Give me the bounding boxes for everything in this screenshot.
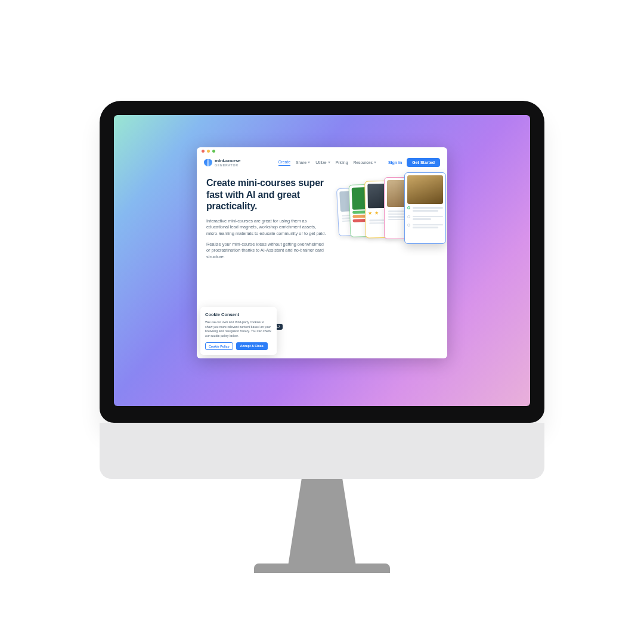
course-card-stack: ★ ★ — [336, 174, 438, 255]
chevron-down-icon — [308, 162, 310, 163]
stack-card-front — [404, 172, 446, 244]
brand-subtitle: GENERATOR — [215, 163, 240, 167]
hero-paragraph-2: Realize your mini-course ideas without g… — [206, 242, 328, 261]
hero-copy: Create mini-courses super fast with AI a… — [206, 177, 328, 261]
nav-label: Share — [296, 160, 306, 165]
signin-link[interactable]: Sign in — [388, 160, 402, 165]
browser-window: mini-course GENERATOR Create Share Utili… — [197, 147, 447, 358]
auth-area: Sign in Get Started — [388, 158, 440, 167]
monitor-screen: mini-course GENERATOR Create Share Utili… — [114, 115, 530, 406]
monitor-frame: mini-course GENERATOR Create Share Utili… — [100, 101, 544, 423]
hero-title: Create mini-courses super fast with AI a… — [206, 177, 328, 212]
card-thumbnail — [407, 175, 443, 204]
window-traffic-lights — [197, 147, 447, 155]
brand-text: mini-course GENERATOR — [215, 158, 240, 167]
cookie-policy-button[interactable]: Cookie Policy — [205, 342, 233, 350]
radio-icon — [407, 224, 410, 227]
chevron-down-icon — [328, 162, 330, 163]
nav-label: Resources — [353, 160, 373, 165]
chevron-down-icon — [374, 162, 376, 163]
cookie-body: We use our own and third-party cookies t… — [205, 320, 272, 338]
maximize-icon[interactable] — [212, 150, 215, 153]
nav-pricing[interactable]: Pricing — [336, 160, 348, 165]
monitor-foot — [254, 564, 390, 573]
nav-create[interactable]: Create — [278, 160, 290, 166]
main-nav: Create Share Utilize Pricing Resources — [278, 160, 376, 166]
nav-utilize[interactable]: Utilize — [315, 160, 330, 165]
cookie-actions: Cookie Policy Accept & Close — [205, 342, 272, 350]
brand-logo[interactable]: mini-course GENERATOR — [204, 158, 240, 167]
nav-resources[interactable]: Resources — [353, 160, 376, 165]
get-started-button[interactable]: Get Started — [407, 158, 440, 167]
nav-label: Utilize — [315, 160, 327, 165]
close-icon[interactable] — [202, 150, 205, 153]
minimize-icon[interactable] — [207, 150, 210, 153]
monitor-chin — [100, 423, 544, 479]
cookie-title: Cookie Consent — [205, 312, 272, 317]
cookie-consent: Cookie Consent We use our own and third-… — [200, 307, 277, 355]
nav-share[interactable]: Share — [296, 160, 310, 165]
brand-mark-icon — [204, 159, 212, 166]
radio-selected-icon — [407, 206, 410, 209]
hero-section: Create mini-courses super fast with AI a… — [197, 169, 447, 261]
brand-name: mini-course — [215, 158, 240, 163]
site-header: mini-course GENERATOR Create Share Utili… — [197, 155, 447, 169]
radio-icon — [407, 215, 410, 218]
nav-label: Pricing — [336, 160, 348, 165]
hero-paragraph-1: Interactive mini-courses are great for u… — [206, 218, 328, 237]
cookie-accept-button[interactable]: Accept & Close — [236, 342, 268, 350]
nav-label: Create — [278, 160, 290, 164]
monitor-stand — [288, 479, 356, 566]
